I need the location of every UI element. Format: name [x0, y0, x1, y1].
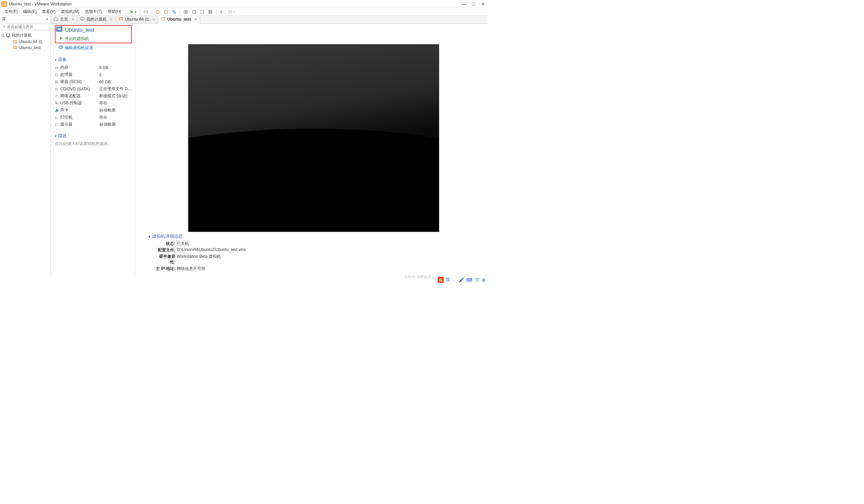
vm-preview-pane: ▾ 虚拟机详细信息 状态:已关机 配置文件:D:\LinuxVM\Ubuntu2…: [135, 24, 488, 275]
sogou-ime-icon[interactable]: S: [437, 277, 444, 283]
start-vm-link[interactable]: 开启此虚拟机: [56, 35, 131, 43]
library-close-button[interactable]: ✕: [45, 17, 48, 21]
display-icon: ▢: [55, 122, 60, 127]
device-disk[interactable]: ⊟硬盘 (SCSI)60 GB: [55, 78, 132, 85]
close-window-button[interactable]: ✕: [478, 0, 488, 8]
library-header: 库 ✕: [0, 15, 50, 23]
vm-icon: [161, 16, 166, 22]
tab-close-button[interactable]: ✕: [152, 17, 155, 22]
system-tray: S 英 ， 🎤 ⌨ 👕 ⊞: [437, 277, 486, 283]
menu-help[interactable]: 帮助(H): [105, 8, 124, 15]
tab-label: 我的计算机: [86, 16, 107, 22]
device-network[interactable]: ⤢网络适配器桥接模式 (自动): [55, 93, 132, 99]
device-sound[interactable]: 🔊声卡自动检测: [55, 107, 132, 114]
separator: [140, 9, 140, 15]
library-title: 库: [2, 16, 6, 22]
separator: [180, 9, 180, 15]
tree-node-label: Ubuntu_test: [19, 45, 41, 50]
menu-edit[interactable]: 编辑(E): [21, 8, 39, 15]
ime-mic-icon[interactable]: 🎤: [459, 277, 464, 283]
vm-details-section: ▾ 虚拟机详细信息 状态:已关机 配置文件:D:\LinuxVM\Ubuntu2…: [148, 233, 481, 272]
vm-screen-preview[interactable]: [188, 44, 439, 232]
ime-punct[interactable]: ，: [452, 277, 457, 283]
svg-rect-2: [144, 11, 148, 13]
maximize-button[interactable]: □: [469, 0, 478, 8]
vm-details-header[interactable]: ▾ 虚拟机详细信息: [148, 233, 481, 239]
detail-ip: 主 IP 地址:网络信息不可用: [148, 266, 481, 272]
vm-icon: [13, 40, 17, 44]
snapshot-button[interactable]: [154, 9, 161, 15]
tree-node-label: 我的计算机: [12, 33, 32, 38]
disk-icon: ⊟: [55, 80, 60, 84]
tab-label: Ubuntu_test: [167, 17, 191, 22]
ime-keyboard-icon[interactable]: ⌨: [466, 277, 472, 283]
device-cd[interactable]: ◎CD/DVD (SATA)正在使用文件 D:...: [55, 85, 132, 93]
window-controls: — □ ✕: [459, 0, 488, 8]
ime-toolbox-icon[interactable]: ⊞: [482, 277, 486, 283]
description-section-header[interactable]: ▾ 描述: [55, 133, 132, 139]
snapshot-revert-button[interactable]: [162, 9, 170, 15]
edit-vm-settings-link[interactable]: 编辑虚拟机设置: [55, 44, 132, 52]
device-usb[interactable]: ⇅USB 控制器存在: [55, 99, 132, 107]
device-cpu[interactable]: ◫处理器2: [55, 71, 132, 78]
svg-rect-7: [186, 10, 188, 13]
thumbnail-bar-button[interactable]: [218, 9, 226, 15]
devices-section-header[interactable]: ▾ 设备: [55, 57, 132, 63]
send-ctrl-alt-del-button[interactable]: [142, 9, 150, 15]
chevron-down-icon: ▾: [55, 134, 57, 138]
view-single-button[interactable]: [190, 9, 198, 15]
vm-summary-panel: Ubuntu_test 开启此虚拟机 编辑虚拟机设置 ▾ 设备 ▭内存8: [51, 24, 135, 275]
svg-rect-18: [14, 47, 16, 48]
ime-language[interactable]: 英: [446, 277, 450, 283]
tab-ubuntu-test[interactable]: Ubuntu_test ✕: [158, 15, 200, 24]
devices-list: ▭内存8 GB ◫处理器2 ⊟硬盘 (SCSI)60 GB ◎CD/DVD (S…: [55, 64, 132, 128]
network-icon: ⤢: [55, 94, 60, 98]
svg-rect-8: [193, 10, 196, 13]
menu-tabs[interactable]: 选项卡(T): [82, 8, 104, 15]
device-display[interactable]: ▢显示器自动检测: [55, 121, 132, 128]
library-search-row: ▾: [0, 23, 50, 31]
ime-skin-icon[interactable]: 👕: [475, 277, 480, 283]
tab-close-button[interactable]: ✕: [194, 17, 197, 22]
menu-view[interactable]: 查看(V): [40, 8, 58, 15]
tab-ubuntu64[interactable]: Ubuntu 64 位 ✕: [116, 15, 158, 23]
detail-compat: 硬件兼容性:Workstation Beta 虚拟机: [148, 253, 481, 266]
vmware-app-icon: [1, 1, 7, 7]
tab-home[interactable]: 主页 ✕: [51, 15, 77, 23]
stretch-button[interactable]: ▾: [227, 9, 237, 15]
svg-point-4: [173, 10, 175, 12]
monitor-icon: [80, 16, 85, 22]
detail-state: 状态:已关机: [148, 240, 481, 247]
vm-large-icon: [56, 26, 63, 34]
devices-header-label: 设备: [58, 57, 67, 63]
menu-file[interactable]: 文件(F): [2, 8, 20, 15]
tab-close-button[interactable]: ✕: [71, 17, 74, 22]
description-placeholder[interactable]: 在此处键入对该虚拟机的描述。: [55, 141, 132, 147]
svg-rect-1: [3, 3, 5, 5]
svg-rect-6: [184, 10, 186, 13]
tab-close-button[interactable]: ✕: [110, 17, 113, 22]
device-printer[interactable]: ⎙打印机存在: [55, 114, 132, 121]
home-icon: [53, 16, 58, 22]
fullscreen-button[interactable]: [199, 9, 206, 15]
chevron-down-icon: ▾: [55, 58, 57, 62]
tab-my-computer[interactable]: 我的计算机 ✕: [77, 15, 116, 23]
svg-rect-19: [81, 17, 84, 20]
power-on-button[interactable]: ▾: [128, 9, 138, 15]
tree-collapse-icon[interactable]: ⊟: [1, 34, 5, 37]
svg-rect-12: [221, 12, 222, 13]
snapshot-manager-button[interactable]: [170, 9, 178, 15]
tree-node-ubuntu-test[interactable]: Ubuntu_test: [1, 45, 50, 50]
edit-vm-label: 编辑虚拟机设置: [65, 45, 93, 51]
window-title: Ubuntu_test - VMware Workstation: [9, 2, 72, 7]
tree-node-my-computer[interactable]: ⊟ 我的计算机: [1, 32, 50, 39]
device-memory[interactable]: ▭内存8 GB: [55, 64, 132, 71]
tab-label: 主页: [60, 16, 68, 22]
minimize-button[interactable]: —: [459, 0, 469, 8]
tree-node-ubuntu64[interactable]: Ubuntu 64 位: [1, 39, 50, 45]
unity-button[interactable]: [207, 9, 214, 15]
play-icon: [59, 36, 63, 41]
menu-vm[interactable]: 虚拟机(M): [59, 8, 82, 15]
view-sidebyside-button[interactable]: [182, 9, 190, 15]
content-area: Ubuntu_test 开启此虚拟机 编辑虚拟机设置 ▾ 设备 ▭内存8: [51, 24, 488, 275]
